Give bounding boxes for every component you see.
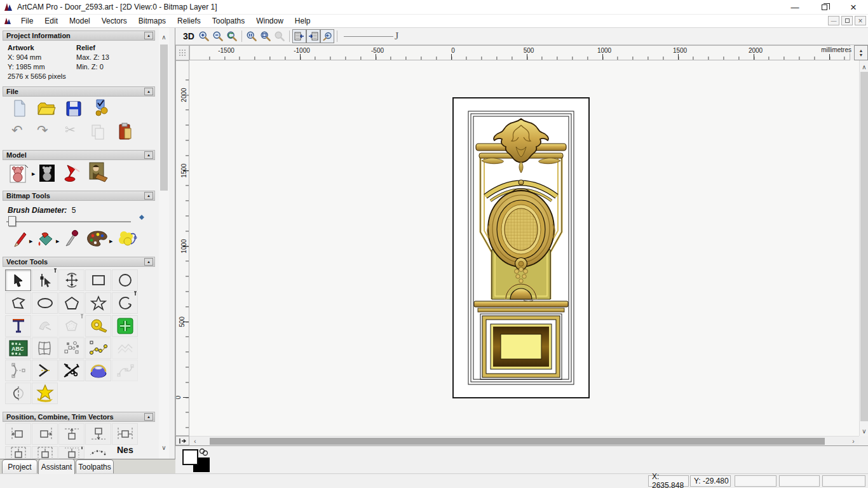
zoom-1to1-button[interactable] [245,29,259,43]
mdi-close-button[interactable]: × [855,16,866,25]
create-arc-tool[interactable] [112,292,138,314]
texture-relief-button[interactable] [88,161,109,183]
mdi-minimize-button[interactable]: — [828,16,839,25]
collapse-button[interactable]: ▲ [144,413,153,421]
export-model-button[interactable] [90,98,111,118]
preview-relief-layer-button[interactable] [320,29,334,43]
ruler-origin-button[interactable] [175,45,189,60]
brush-diameter-slider[interactable] [6,221,131,222]
2d-view-canvas[interactable] [189,60,859,436]
save-model-button[interactable] [65,99,83,118]
lighting-button[interactable] [62,161,81,183]
new-model-button[interactable] [11,99,28,118]
contrast-slider[interactable] [344,36,393,37]
create-polygon-tool[interactable] [58,292,85,314]
section-header-model[interactable]: Model ▲ [3,150,155,160]
zoom-in-button[interactable] [197,29,211,43]
fit-curve-to-points-tool[interactable] [85,337,111,359]
paint-brush-button[interactable] [10,230,28,249]
scroll-down-button[interactable]: ∨ [159,442,169,452]
collapse-button[interactable]: ▲ [144,151,153,159]
pane-split-button[interactable] [175,436,189,445]
menu-bitmaps[interactable]: Bitmaps [133,15,172,27]
redo-button[interactable]: ↷ [37,123,48,137]
scatter-copy-button[interactable] [86,446,109,459]
nesting-button[interactable]: Nes [117,445,133,459]
close-button[interactable]: × [839,0,868,15]
section-header-vector-tools[interactable]: Vector Tools ▲ [3,257,155,267]
menu-file[interactable]: File [15,15,39,27]
block-copy-rotate-tool[interactable] [112,315,138,337]
wrap-vectors-tool[interactable] [32,383,58,404]
ruler-units-dropdown[interactable]: ▲ ▼ [854,45,868,60]
text-on-curve-tool[interactable]: ABC [5,337,31,359]
scrollbar-thumb[interactable] [160,44,168,191]
bisector-tool[interactable] [32,360,58,381]
paste-button[interactable] [117,122,133,141]
extrude-dome-tool[interactable] [85,360,111,381]
draw-shape-button[interactable] [116,229,139,249]
menu-window[interactable]: Window [250,15,289,27]
scroll-up-button[interactable]: ∧ [159,32,169,42]
flyout-arrow-icon[interactable]: ▶ [109,239,112,244]
center-in-page-button[interactable] [5,446,31,459]
offset-vectors-tool-disabled[interactable] [58,315,85,337]
zoom-previous-button[interactable] [225,29,239,43]
tab-assistant[interactable]: Assistant [38,459,75,474]
collapse-button[interactable]: ▲ [144,258,153,266]
open-model-button[interactable] [37,99,56,118]
measure-tool[interactable] [85,315,111,337]
create-rectangle-tool[interactable] [85,269,111,291]
align-bottom-button[interactable] [85,423,111,445]
create-star-tool[interactable] [85,292,111,314]
node-editing-tool[interactable] [32,269,58,291]
menu-edit[interactable]: Edit [39,15,64,27]
zoom-out-button[interactable] [211,29,225,43]
scroll-right-button[interactable]: › [849,437,858,446]
restore-button[interactable] [810,0,839,15]
paste-along-curve-tool[interactable] [58,337,85,359]
section-header-position-combine-trim[interactable]: Position, Combine, Trim Vectors ▲ [3,412,155,422]
align-left-button[interactable] [5,423,31,445]
trim-vectors-tool[interactable] [58,360,85,381]
create-circle-tool[interactable] [112,269,138,291]
align-center-horizontal-button[interactable] [112,423,138,445]
scrollbar-thumb[interactable] [860,72,868,421]
mdi-restore-button[interactable] [841,16,853,25]
center-vectors-button[interactable] [32,446,58,459]
menu-reliefs[interactable]: Reliefs [172,15,207,27]
menu-vectors[interactable]: Vectors [96,15,133,27]
cut-button[interactable]: ✂ [65,123,76,136]
scroll-up-button[interactable]: ∧ [860,62,868,72]
flyout-arrow-icon[interactable]: ▶ [29,239,32,244]
tab-project[interactable]: Project [2,459,37,474]
collapse-button[interactable]: ▲ [144,88,153,95]
section-header-project-information[interactable]: Project Information ▲ [3,30,155,41]
zoom-to-fit-button[interactable] [259,29,273,43]
tab-toolpaths[interactable]: Toolpaths [76,459,114,474]
brush-slider-thumb[interactable] [8,216,16,226]
assistant-scrollbar[interactable]: ∧ ∨ [159,28,169,459]
paste-centered-button[interactable] [58,446,85,459]
toggle-3d-view-button[interactable]: 3D [180,29,197,43]
wrap-text-tool-disabled[interactable] [32,315,58,337]
undo-button[interactable]: ↶ [11,123,23,137]
collapse-button[interactable]: ▲ [144,192,153,200]
toggle-vector-visibility-button[interactable] [306,29,320,43]
menu-help[interactable]: Help [289,15,316,27]
menu-toolpaths[interactable]: Toolpaths [207,15,250,27]
menu-model[interactable]: Model [64,15,96,27]
align-right-button[interactable] [32,423,58,445]
flyout-arrow-icon[interactable]: ▶ [32,172,35,177]
create-ellipse-tool[interactable] [32,292,58,314]
create-polyline-tool[interactable] [5,292,31,314]
scroll-down-button[interactable]: ∨ [860,426,868,436]
collapse-button[interactable]: ▲ [144,32,153,39]
primary-colour-swatch[interactable] [182,449,198,465]
spline-tool-disabled[interactable] [112,360,138,381]
adjust-model-button[interactable] [38,163,56,183]
zoom-to-object-button[interactable] [273,29,287,43]
contrast-slider-handle[interactable]: J [395,30,398,42]
flyout-arrow-icon[interactable]: ▶ [56,239,59,244]
link-colours-icon[interactable] [199,448,209,457]
